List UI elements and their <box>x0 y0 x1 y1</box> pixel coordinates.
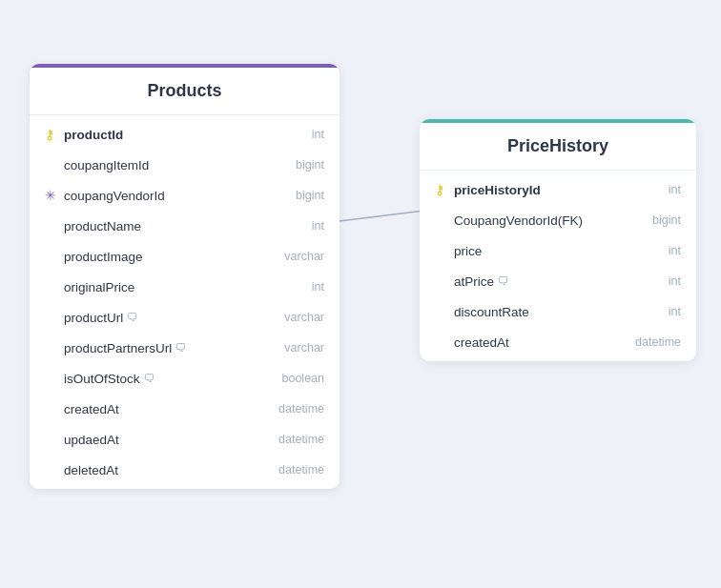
key-icon: ⚷ <box>45 127 62 142</box>
field-name: productName <box>64 219 312 233</box>
field-type: int <box>669 244 681 257</box>
field-name: productId <box>64 128 312 142</box>
field-type: datetime <box>278 402 324 416</box>
note-icon: 🗨 <box>144 372 155 385</box>
field-name: updaedAt <box>64 433 278 447</box>
field-type: bigint <box>296 189 324 202</box>
field-type: int <box>312 128 324 141</box>
table-row: productUrl🗨varchar <box>30 302 340 333</box>
table-row: isOutOfStock🗨boolean <box>30 363 340 394</box>
svg-line-0 <box>340 210 432 221</box>
table-row: CoupangVendorId(FK)bigint <box>420 205 696 235</box>
table-row: createdAtdatetime <box>30 394 340 424</box>
table-row: originalPriceint <box>30 272 340 302</box>
field-type: int <box>312 280 324 294</box>
price-history-table-title: PriceHistory <box>420 119 696 171</box>
table-row: createdAtdatetime <box>420 327 696 357</box>
note-icon: 🗨 <box>498 274 509 288</box>
field-name: productPartnersUrl🗨 <box>64 341 284 355</box>
field-name: deletedAt <box>64 463 278 477</box>
field-type: datetime <box>278 433 324 446</box>
table-row: productPartnersUrl🗨varchar <box>30 333 340 363</box>
field-name: isOutOfStock🗨 <box>64 372 282 386</box>
field-type: bigint <box>296 158 324 172</box>
table-row: updaedAtdatetime <box>30 424 340 455</box>
field-type: varchar <box>284 250 324 263</box>
field-name: coupangItemId <box>64 158 296 172</box>
field-type: int <box>669 305 681 318</box>
table-row: coupangItemIdbigint <box>30 150 340 180</box>
table-row: ⚷productIdint <box>30 119 340 150</box>
canvas: Products ⚷productIdintcoupangItemIdbigin… <box>0 0 721 588</box>
field-type: datetime <box>635 335 681 349</box>
field-name: priceHistoryId <box>454 183 669 197</box>
table-row: discountRateint <box>420 296 696 327</box>
table-row: atPrice🗨int <box>420 266 696 296</box>
field-name: atPrice🗨 <box>454 274 669 289</box>
field-type: varchar <box>284 311 324 324</box>
note-icon: 🗨 <box>127 311 138 324</box>
field-name: createdAt <box>454 335 635 350</box>
field-type: int <box>669 274 681 288</box>
field-type: boolean <box>282 372 325 385</box>
field-name: productImage <box>64 250 284 264</box>
price-history-table: PriceHistory ⚷priceHistoryIdintCoupangVe… <box>420 119 696 361</box>
field-name: CoupangVendorId(FK) <box>454 213 652 228</box>
table-row: ⚷priceHistoryIdint <box>420 174 696 205</box>
field-name: price <box>454 244 669 258</box>
note-icon: 🗨 <box>175 341 187 355</box>
key-icon: ⚷ <box>435 182 452 197</box>
field-name: createdAt <box>64 402 278 416</box>
table-row: ✳coupangVendorIdbigint <box>30 180 340 211</box>
field-name: coupangVendorId <box>64 189 296 203</box>
price-history-table-rows: ⚷priceHistoryIdintCoupangVendorId(FK)big… <box>420 171 696 361</box>
table-row: productNameint <box>30 211 340 241</box>
table-row: deletedAtdatetime <box>30 455 340 485</box>
field-name: originalPrice <box>64 280 312 294</box>
field-type: datetime <box>278 463 324 476</box>
products-table: Products ⚷productIdintcoupangItemIdbigin… <box>30 64 340 489</box>
field-type: int <box>312 219 324 233</box>
products-table-title: Products <box>30 64 340 115</box>
field-name: productUrl🗨 <box>64 311 284 325</box>
field-type: varchar <box>284 341 324 355</box>
products-table-rows: ⚷productIdintcoupangItemIdbigint✳coupang… <box>30 115 340 489</box>
field-name: discountRate <box>454 305 669 319</box>
field-type: int <box>669 183 681 196</box>
table-row: priceint <box>420 235 696 266</box>
field-type: bigint <box>652 213 681 227</box>
snowflake-icon: ✳ <box>45 188 62 203</box>
table-row: productImagevarchar <box>30 241 340 272</box>
